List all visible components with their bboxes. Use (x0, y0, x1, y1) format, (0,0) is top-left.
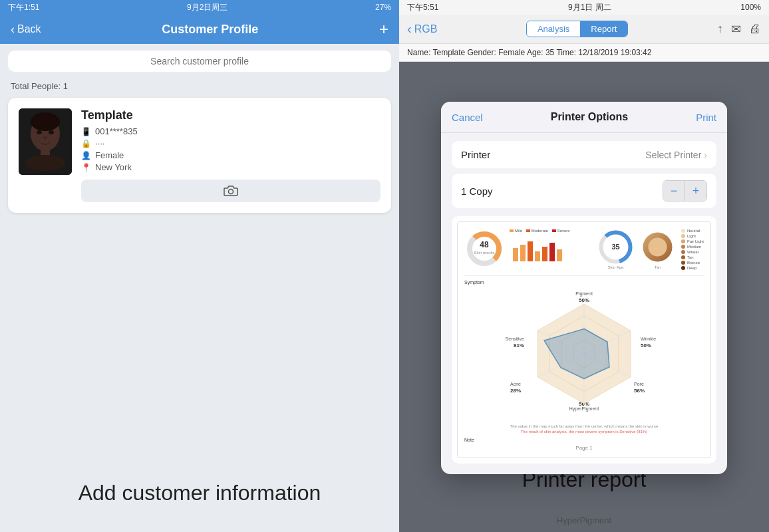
skin-circle: 48 Skin results (464, 229, 504, 269)
svg-rect-12 (513, 248, 518, 261)
svg-text:28%: 28% (510, 388, 521, 394)
tab-analysis[interactable]: Analysis (527, 21, 580, 37)
cancel-button[interactable]: Cancel (452, 112, 483, 123)
mail-icon[interactable]: ✉ (731, 22, 741, 37)
info-name-label: Name: (407, 48, 430, 57)
svg-text:Pigment: Pigment (575, 291, 593, 297)
decrease-copies-button[interactable]: − (663, 181, 685, 201)
copies-stepper: − + (663, 180, 707, 201)
camera-button[interactable] (81, 180, 381, 202)
customer-gender: 👤 Female (81, 150, 381, 160)
avatar (19, 108, 72, 175)
modal-overlay: Cancel Printer Options Print Printer Sel… (399, 62, 769, 532)
chevron-left-icon: ‹ (11, 23, 15, 37)
nav-icons: ↑ ✉ 🖨 (717, 22, 761, 37)
face-svg (19, 108, 72, 175)
tan-circle: Tan (639, 229, 676, 270)
svg-rect-15 (535, 251, 540, 261)
camera-icon (224, 185, 238, 197)
info-gender-label: Gender: (468, 48, 496, 57)
left-battery: 27% (375, 3, 391, 12)
chevron-right-icon: › (704, 150, 707, 160)
printer-options-modal: Cancel Printer Options Print Printer Sel… (441, 102, 727, 474)
svg-text:81%: 81% (514, 342, 524, 348)
back-label: Back (17, 23, 41, 35)
divider (464, 275, 704, 276)
info-time-value: 12/18/2019 19:03:42 (578, 48, 651, 57)
tan-legend: Neutral Light Fair Light Medium Wheat Ta… (681, 229, 704, 270)
nav-title: Customer Profile (162, 23, 258, 37)
info-bar: Name: Template Gender: Female Age: 35 Ti… (399, 44, 769, 62)
info-name-value: Template (432, 48, 465, 57)
svg-rect-17 (549, 243, 555, 261)
add-button[interactable]: + (379, 20, 388, 39)
customer-location: 📍 New York (81, 162, 381, 172)
rgb-back-button[interactable]: ‹ RGB (407, 21, 437, 37)
svg-rect-16 (542, 247, 547, 261)
svg-point-4 (31, 112, 60, 131)
copies-label: 1 Copy (461, 186, 493, 197)
svg-point-7 (229, 190, 233, 194)
print-preview: 48 Skin results Mild Moderate (452, 216, 716, 464)
right-battery: 100% (740, 3, 761, 12)
skin-bar-chart (510, 235, 569, 265)
preview-top: 48 Skin results Mild Moderate (464, 229, 704, 270)
search-input[interactable] (8, 51, 391, 72)
svg-rect-13 (520, 245, 526, 261)
customer-info: Template 📱 001****835 🔒 ···· 👤 Female 📍 … (81, 108, 381, 202)
svg-text:Wrinkle: Wrinkle (641, 336, 656, 341)
svg-text:Pore: Pore (634, 382, 644, 386)
right-time: 下午5:51 (407, 2, 438, 13)
left-panel: 下午1:51 9月2日周三 27% ‹ Back Customer Profil… (0, 0, 399, 532)
lock-icon: 🔒 (81, 139, 91, 148)
svg-rect-18 (557, 249, 562, 261)
select-printer-button[interactable]: Select Printer › (645, 150, 707, 160)
phone-icon: 📱 (81, 127, 91, 136)
printer-label: Printer (461, 149, 490, 160)
radar-chart: Pigment 50% Wrinkle 50% Pore 56% HyperPi… (464, 287, 704, 420)
footer-text: The value in the map much far away from … (464, 424, 704, 428)
svg-text:56%: 56% (634, 388, 645, 394)
right-date: 9月1日 周二 (568, 2, 611, 13)
copies-row: 1 Copy − + (452, 174, 716, 208)
print-button[interactable]: Print (696, 112, 716, 123)
right-nav-bar: ‹ RGB Analysis Report ↑ ✉ 🖨 (399, 15, 769, 44)
modal-title: Printer Options (551, 111, 628, 123)
info-age-value: 35 (545, 48, 554, 57)
left-date: 9月2日周三 (187, 2, 228, 13)
svg-point-3 (25, 155, 65, 171)
share-icon[interactable]: ↑ (717, 22, 723, 36)
tab-report[interactable]: Report (580, 21, 627, 37)
skin-age: 35 Skin Age (597, 229, 634, 270)
modal-header: Cancel Printer Options Print (441, 102, 727, 133)
svg-text:50%: 50% (579, 297, 589, 303)
modal-body: Printer Select Printer › 1 Copy − + (441, 133, 727, 474)
svg-rect-14 (528, 241, 533, 261)
svg-text:Acne: Acne (510, 382, 521, 386)
note-label: Note (464, 438, 704, 442)
printer-row: Printer Select Printer › (452, 141, 716, 168)
customer-phone: 📱 001****835 (81, 126, 381, 136)
info-age-label: Age: (527, 48, 543, 57)
svg-text:50%: 50% (641, 342, 651, 348)
back-button[interactable]: ‹ Back (11, 23, 41, 37)
person-icon: 👤 (81, 151, 91, 160)
skin-info: Mild Moderate Severe (510, 229, 592, 270)
customer-card[interactable]: Template 📱 001****835 🔒 ···· 👤 Female 📍 … (8, 98, 391, 213)
increase-copies-button[interactable]: + (685, 181, 706, 201)
right-status-bar: 下午5:51 9月1日 周二 100% (399, 0, 769, 15)
left-time: 下午1:51 (8, 2, 39, 13)
print-icon[interactable]: 🖨 (749, 22, 761, 36)
svg-point-23 (648, 238, 667, 257)
chevron-back-icon: ‹ (407, 21, 412, 37)
svg-text:HyperPigment: HyperPigment (569, 406, 599, 412)
left-nav-bar: ‹ Back Customer Profile + (0, 15, 399, 44)
svg-text:Sensitive: Sensitive (506, 336, 525, 341)
right-panel: 下午5:51 9月1日 周二 100% ‹ RGB Analysis Repor… (399, 0, 769, 532)
info-time-label: Time: (556, 48, 576, 57)
preview-page: 48 Skin results Mild Moderate (457, 221, 711, 458)
svg-text:48: 48 (480, 240, 489, 249)
left-bottom-label: Add customer information (0, 481, 399, 505)
svg-point-5 (37, 130, 42, 134)
svg-text:35: 35 (611, 243, 619, 251)
